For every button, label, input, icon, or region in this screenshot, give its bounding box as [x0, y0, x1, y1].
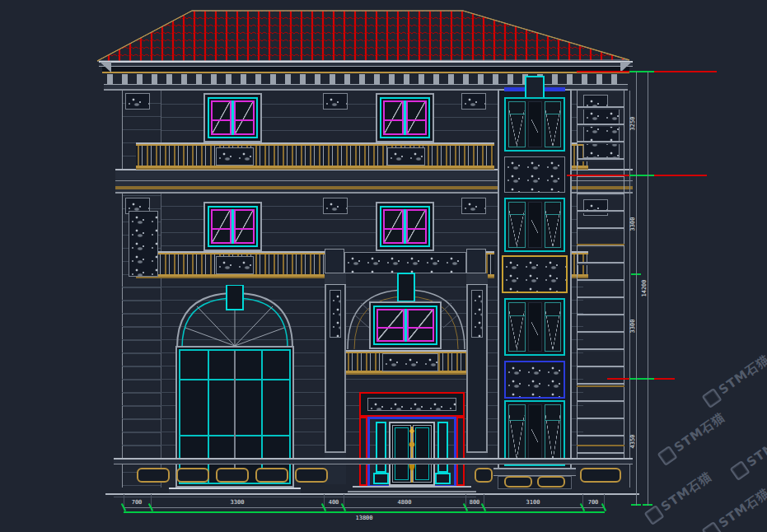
door-step-1: [353, 486, 471, 489]
eave-fascia: [99, 61, 633, 67]
dim-line-total-width: [124, 511, 605, 513]
watermark: STM石猫: [657, 409, 728, 466]
door-handle-ornament: [405, 427, 419, 483]
capital-2f-b: [323, 198, 348, 214]
frieze-block-left: [325, 249, 344, 273]
tower-panel-2-gold: [502, 255, 568, 293]
pilaster-ornament: [471, 290, 483, 338]
ground-line: [105, 493, 639, 495]
window-2f-left: [203, 202, 262, 251]
door-pilaster-left-base: [373, 473, 389, 484]
glass: [528, 101, 542, 147]
tower-window-1: [504, 97, 565, 152]
sash: [211, 209, 232, 244]
capital-3f-c: [461, 93, 486, 110]
balcony-panel: [382, 353, 438, 371]
sash: [383, 100, 404, 135]
dim-label: 4350: [629, 423, 637, 460]
dim-label: 700: [575, 498, 611, 506]
window-mezzanine: [369, 301, 442, 349]
watermark: STM石猫: [701, 485, 767, 532]
watermark: STM石猫: [643, 469, 715, 525]
cad-canvas: 3250 3300 3300 4350 14200 700 3300 400 4…: [0, 0, 767, 532]
sash: [376, 309, 405, 342]
casement: [545, 404, 562, 462]
tower-window-2: [504, 198, 565, 252]
dim-label-total-width: 13800: [346, 514, 382, 522]
watermark: STM石猫: [729, 424, 767, 481]
eave-soffit: [102, 67, 629, 73]
sash: [234, 209, 255, 244]
watermark-text: STM石猫: [716, 352, 767, 398]
watermark-text: STM石猫: [744, 424, 767, 470]
tower-window-3: [504, 298, 565, 356]
glass: [528, 302, 542, 352]
dim-label: 3300: [629, 308, 637, 344]
base-molding: [114, 458, 633, 464]
level-tick: [629, 71, 654, 72]
plinth-panel: [176, 468, 209, 483]
capital-2f-c: [461, 198, 486, 214]
entrance-frieze: [344, 252, 466, 273]
arched-window-head: [172, 285, 297, 349]
sash: [383, 209, 404, 244]
dim-label-total-height: 14200: [640, 270, 648, 306]
sash: [211, 100, 232, 135]
casement: [508, 202, 526, 248]
plinth-panel: [295, 468, 328, 483]
tower-panel-3-blue: [504, 361, 565, 399]
door-lintel-carving: [367, 398, 456, 411]
door-pilaster-right: [437, 422, 448, 473]
arched-window-body: [175, 346, 294, 488]
plinth-panel: [537, 476, 565, 488]
balustrade-3f-panel-center: [387, 147, 425, 166]
plinth-panel: [137, 468, 170, 483]
balustrade-3f: [136, 142, 494, 170]
casement: [508, 404, 526, 462]
quoin-pier: [577, 91, 624, 458]
door-lintel: [359, 392, 465, 417]
dim-label: 3250: [629, 105, 637, 142]
ground-line-2: [114, 497, 476, 497]
tower-sill: [493, 468, 576, 476]
quoin-gold-3: [577, 445, 624, 446]
watermark: STM石猫: [701, 352, 767, 408]
dim-label: 700: [119, 498, 155, 506]
dim-line-bottom: [124, 507, 604, 508]
dim-label: 3300: [629, 206, 637, 242]
plinth-panel: [255, 468, 288, 483]
door-pilaster-left: [376, 422, 386, 473]
frieze-block-right: [466, 249, 486, 273]
casement: [545, 101, 562, 147]
door-jamb-right: [456, 417, 465, 486]
door-pilaster-right-base: [435, 473, 451, 484]
tower-panel-1: [504, 156, 565, 193]
balustrade-2f-panel: [216, 256, 254, 274]
casement: [508, 101, 526, 147]
sash: [234, 100, 255, 135]
glass: [528, 404, 542, 462]
balustrade-3f-panel-left: [216, 147, 254, 166]
door-jamb-left: [359, 417, 367, 486]
level-tick: [629, 378, 654, 380]
dim-label: 800: [456, 498, 493, 506]
tower-keystone: [525, 76, 545, 99]
watermark-text: STM石猫: [671, 409, 728, 455]
dim-label: 400: [316, 498, 352, 506]
capital-3f-b: [323, 93, 348, 110]
pilaster-base: [325, 451, 346, 484]
quoin-gold-1: [577, 244, 624, 245]
glass: [528, 202, 542, 248]
sash: [407, 309, 435, 342]
tower-window-4: [504, 400, 565, 466]
dim-label: 3100: [515, 498, 551, 506]
dim-label: 3300: [219, 498, 255, 506]
plinth-panel: [216, 468, 249, 483]
quoin-gold-2: [577, 385, 624, 387]
window-3f-center: [376, 93, 434, 142]
pilaster-ornament: [330, 290, 341, 338]
dim-label: 4800: [386, 498, 423, 506]
ornament-drop-left: [129, 211, 158, 277]
plinth-panel: [580, 468, 621, 483]
plinth-panel: [475, 468, 493, 483]
